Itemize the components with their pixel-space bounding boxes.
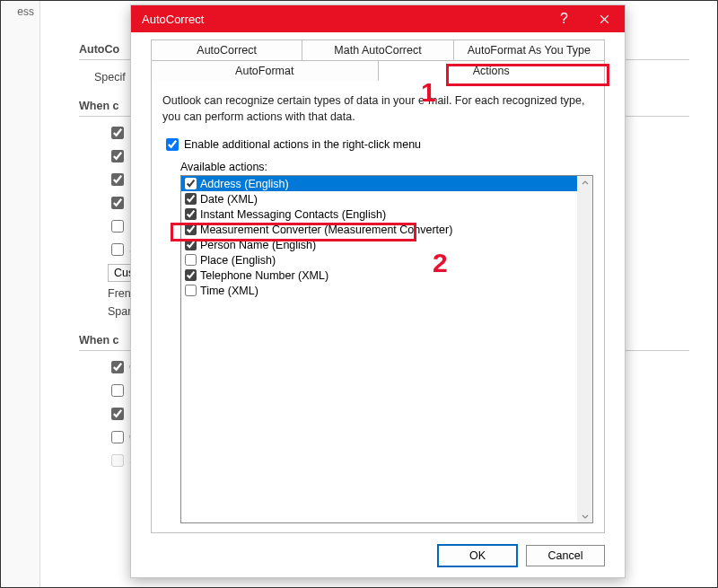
bg-checkbox[interactable] xyxy=(111,220,124,233)
action-checkbox[interactable] xyxy=(185,208,197,220)
action-label: Date (XML) xyxy=(200,193,258,206)
action-checkbox[interactable] xyxy=(185,178,197,189)
bg-checkbox[interactable] xyxy=(111,384,124,397)
bg-checkbox[interactable] xyxy=(111,173,124,186)
action-label: Place (English) xyxy=(200,254,276,267)
tab-actions[interactable]: Actions xyxy=(379,60,606,82)
enable-actions-label: Enable additional actions in the right-c… xyxy=(184,138,421,151)
list-item[interactable]: Telephone Number (XML) xyxy=(181,268,577,283)
bg-checkbox[interactable] xyxy=(111,361,124,373)
help-button[interactable]: ? xyxy=(544,5,584,32)
action-checkbox[interactable] xyxy=(185,254,197,266)
list-item[interactable]: Instant Messaging Contacts (English) xyxy=(181,206,577,222)
available-actions-list[interactable]: Address (English)Date (XML)Instant Messa… xyxy=(180,175,593,523)
close-icon xyxy=(600,14,609,24)
bg-checkbox[interactable] xyxy=(111,408,124,420)
cancel-button[interactable]: Cancel xyxy=(526,545,605,566)
autocorrect-dialog: AutoCorrect ? AutoCorrectMath AutoCorrec… xyxy=(130,4,626,578)
action-label: Person Name (English) xyxy=(200,239,316,251)
bg-checkbox[interactable] xyxy=(111,243,124,256)
chevron-down-icon xyxy=(582,513,589,520)
list-item[interactable]: Time (XML) xyxy=(181,283,577,298)
action-label: Measurement Converter (Measurement Conve… xyxy=(200,224,452,236)
list-item[interactable]: Date (XML) xyxy=(181,191,577,206)
action-label: Telephone Number (XML) xyxy=(200,269,328,282)
dialog-titlebar: AutoCorrect ? xyxy=(131,5,625,32)
action-label: Address (English) xyxy=(200,178,289,190)
list-item[interactable]: Place (English) xyxy=(181,252,577,268)
tab-autocorrect[interactable]: AutoCorrect xyxy=(151,39,302,60)
dialog-title: AutoCorrect xyxy=(142,13,204,26)
tabs-row-lower: AutoFormatActions xyxy=(151,60,605,82)
enable-actions-checkbox[interactable] xyxy=(166,138,179,151)
sidebar-fragment: ess xyxy=(0,5,38,18)
close-button[interactable] xyxy=(584,5,625,32)
scrollbar[interactable] xyxy=(577,176,592,522)
bg-checkbox[interactable] xyxy=(111,431,124,443)
action-label: Instant Messaging Contacts (English) xyxy=(200,208,386,221)
scroll-up-button[interactable] xyxy=(577,176,592,189)
tab-autoformat-as-you-type[interactable]: AutoFormat As You Type xyxy=(454,39,605,60)
tabs-row-upper: AutoCorrectMath AutoCorrectAutoFormat As… xyxy=(151,39,605,60)
chevron-up-icon xyxy=(582,180,589,187)
bg-checkbox[interactable] xyxy=(111,197,124,209)
list-item[interactable]: Address (English) xyxy=(181,176,577,191)
tab-autoformat[interactable]: AutoFormat xyxy=(151,60,379,82)
tab-math-autocorrect[interactable]: Math AutoCorrect xyxy=(302,39,453,60)
list-item[interactable]: Person Name (English) xyxy=(181,237,577,252)
action-checkbox[interactable] xyxy=(185,193,197,205)
bg-checkbox[interactable] xyxy=(111,150,124,162)
action-checkbox[interactable] xyxy=(185,285,197,296)
list-item[interactable]: Measurement Converter (Measurement Conve… xyxy=(181,222,577,237)
available-actions-label: Available actions: xyxy=(180,161,593,173)
action-checkbox[interactable] xyxy=(185,239,197,250)
bg-checkbox[interactable] xyxy=(111,127,124,139)
ok-button[interactable]: OK xyxy=(438,545,517,566)
action-checkbox[interactable] xyxy=(185,269,197,281)
action-checkbox[interactable] xyxy=(185,224,197,235)
bg-checkbox[interactable] xyxy=(111,454,124,467)
tab-description: Outlook can recognize certain types of d… xyxy=(162,93,593,125)
action-label: Time (XML) xyxy=(200,285,258,297)
scroll-down-button[interactable] xyxy=(577,509,592,522)
